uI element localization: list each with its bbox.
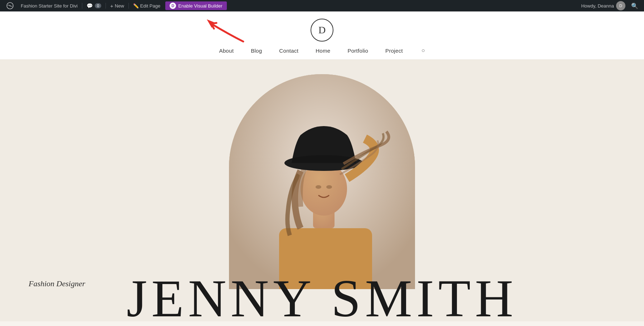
- nav-contact[interactable]: Contact: [279, 48, 298, 54]
- hero-name-container: JENNY SMITH: [0, 272, 644, 321]
- svg-point-1: [10, 5, 11, 6]
- admin-search-icon[interactable]: 🔍: [628, 3, 641, 9]
- new-item[interactable]: + New: [107, 0, 128, 11]
- hero-name: JENNY SMITH: [0, 272, 644, 321]
- plus-icon: +: [110, 3, 113, 9]
- comment-icon: 💬: [87, 3, 93, 9]
- admin-separator-3: [128, 3, 129, 9]
- hero-image-container: [229, 74, 415, 289]
- wordpress-icon: [6, 2, 14, 9]
- nav-home[interactable]: Home: [316, 48, 330, 54]
- admin-bar-right: Howdy, Deanna D 🔍: [581, 1, 641, 10]
- comments-item[interactable]: 💬 0: [83, 0, 105, 11]
- svg-point-10: [316, 185, 321, 189]
- logo-letter: D: [318, 24, 326, 36]
- enable-visual-builder-button[interactable]: D Enable Visual Builder: [165, 1, 226, 10]
- pencil-icon: ✏️: [133, 3, 139, 9]
- site-name-item[interactable]: Fashion Starter Site for Divi: [17, 0, 81, 11]
- admin-bar: Fashion Starter Site for Divi 💬 0 + New …: [0, 0, 644, 11]
- divi-circle-icon: D: [170, 3, 176, 9]
- user-avatar: D: [616, 1, 625, 10]
- site-logo[interactable]: D: [311, 19, 333, 42]
- nav-project[interactable]: Project: [385, 48, 403, 54]
- person-illustration: [229, 74, 415, 289]
- comment-count: 0: [95, 3, 101, 8]
- edit-page-label: Edit Page: [140, 3, 160, 9]
- wordpress-logo-item[interactable]: [3, 0, 17, 11]
- nav-portfolio[interactable]: Portfolio: [347, 48, 368, 54]
- nav-search-icon[interactable]: ○: [421, 47, 425, 54]
- admin-separator-1: [82, 3, 82, 9]
- hero-section: Fashion Designer JENNY SMITH: [0, 60, 644, 321]
- divi-letter: D: [171, 4, 174, 8]
- howdy-text: Howdy, Deanna: [581, 3, 614, 9]
- nav-about[interactable]: About: [219, 48, 234, 54]
- user-greeting[interactable]: Howdy, Deanna D: [581, 1, 625, 10]
- site-name-text: Fashion Starter Site for Divi: [21, 3, 78, 9]
- enable-visual-builder-label: Enable Visual Builder: [178, 3, 222, 9]
- svg-point-11: [326, 185, 332, 189]
- site-navigation: About Blog Contact Home Portfolio Projec…: [219, 47, 425, 54]
- new-label: New: [115, 3, 124, 9]
- edit-page-item[interactable]: ✏️ Edit Page: [130, 0, 164, 11]
- site-header: D About Blog Contact Home Portfolio Proj…: [0, 11, 644, 59]
- hero-image: [229, 74, 415, 289]
- nav-blog[interactable]: Blog: [251, 48, 262, 54]
- admin-separator-2: [106, 3, 106, 9]
